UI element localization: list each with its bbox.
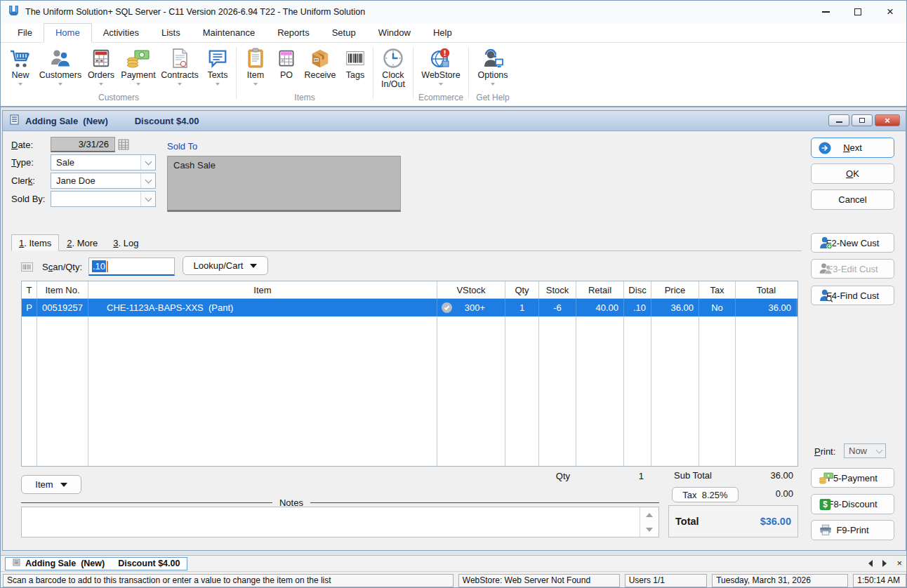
clock-icon [382,46,404,71]
col-header-item[interactable]: Item [88,281,437,298]
tags-button[interactable]: Tags [340,46,371,89]
col-header-tax[interactable]: Tax [699,281,736,298]
orders-button[interactable]: Orders [84,46,119,89]
cell-item-no: 00519257 [37,299,88,316]
check-icon [442,302,452,313]
dropdown-arrow-icon [253,83,258,89]
clipboard-icon [246,46,265,71]
menu-help[interactable]: Help [422,24,463,42]
contracts-button[interactable]: Contracts [158,46,201,89]
mdi-tab-navigation: × [868,560,902,567]
soldto-box[interactable]: Cash Sale [167,156,401,212]
scroll-left-icon[interactable] [868,560,873,567]
clock-in-out-button[interactable]: Clock In/Out [376,46,411,89]
table-grid-cell [505,316,539,466]
col-header-stock[interactable]: Stock [539,281,576,298]
next-button[interactable]: Next [811,138,894,158]
new-button[interactable]: New [4,46,37,89]
col-header-t[interactable]: T [22,281,37,298]
notes-scroll-buttons[interactable] [640,507,658,537]
barcode-small-icon[interactable] [21,262,33,274]
table-row-selected[interactable]: P 00519257 CHE-1123A-BAPS-XXS (Pant) 300… [22,299,797,316]
col-header-retail[interactable]: Retail [576,281,624,298]
scroll-up-icon[interactable] [646,513,653,517]
notes-input[interactable] [21,507,659,537]
tab-items[interactable]: 1. Items [11,234,59,251]
options-button[interactable]: Options [471,46,515,89]
texts-button[interactable]: Texts [201,46,234,89]
col-header-vstock[interactable]: VStock [437,281,505,298]
maximize-button[interactable] [842,1,874,23]
clerk-label: Clerk: [11,175,35,186]
cancel-button[interactable]: Cancel [811,189,894,210]
soldby-combo[interactable] [51,191,156,207]
selected-text: .10 [92,260,106,272]
col-header-total[interactable]: Total [736,281,797,298]
col-header-disc[interactable]: Disc [624,281,651,298]
type-combo[interactable]: Sale [51,154,156,171]
menu-activities[interactable]: Activities [92,24,150,42]
webstore-button[interactable]: WebStore [416,46,466,89]
f8-discount-button[interactable]: $ F8-Discount [811,494,894,514]
tab-more[interactable]: 2. More [59,234,105,251]
date-field[interactable]: 3/31/26 [51,137,115,152]
tax-button[interactable]: Tax 8.25% [672,487,739,502]
scan-qty-input[interactable]: .10 [88,258,175,276]
ribbon-group-customers: New Customers Orders Payment [4,43,234,106]
app-window: The Uniform Solution+ SQL Server - C11 V… [0,0,907,588]
menu-file[interactable]: File [6,24,44,42]
child-close-button[interactable]: × [875,114,900,126]
lookup-cart-button[interactable]: Lookup/Cart [183,256,268,275]
payment-small-icon [819,472,834,485]
f5-payment-button[interactable]: F5-Payment [811,468,894,488]
customers-button[interactable]: Customers [37,46,84,89]
tab-log[interactable]: 3. Log [105,234,146,251]
ok-button[interactable]: OK [811,163,894,184]
contracts-icon [170,46,190,71]
dropdown-arrow-icon [216,83,220,89]
ribbon-toolbar: New Customers Orders Payment [1,43,906,106]
cell-retail: 40.00 [576,299,624,316]
dollar-icon: $ [819,497,832,511]
table-grid-cell [437,316,505,466]
scroll-down-icon[interactable] [646,528,653,532]
scroll-right-icon[interactable] [882,560,887,567]
print-combo[interactable]: Now [844,443,886,458]
receive-button[interactable]: Receive [300,46,340,89]
item-menu-button[interactable]: Item [21,475,81,494]
print-label: Print: [814,446,835,457]
menu-window[interactable]: Window [367,24,422,42]
form-icon [10,114,20,128]
close-button[interactable]: × [874,1,906,23]
box-icon [310,46,331,71]
menu-reports[interactable]: Reports [266,24,321,42]
app-titlebar: The Uniform Solution+ SQL Server - C11 V… [1,1,906,23]
close-tab-icon[interactable]: × [896,560,902,567]
child-restore-button[interactable] [852,114,873,126]
child-minimize-button[interactable] [828,114,849,126]
f4-find-cust-button[interactable]: F4-Find Cust [811,286,894,305]
minimize-button[interactable] [809,1,842,23]
menu-lists[interactable]: Lists [150,24,192,42]
cell-type: P [22,299,37,316]
col-header-qty[interactable]: Qty [505,281,539,298]
f3-edit-cust-button[interactable]: F3-Edit Cust [811,259,894,279]
ribbon-separator [236,47,237,99]
status-date: Tuesday, March 31, 2026 [712,574,848,587]
f2-new-cust-button[interactable]: F2-New Cust [811,233,894,253]
item-button[interactable]: Item [239,46,272,89]
total-value: $36.00 [760,516,791,527]
menu-setup[interactable]: Setup [321,24,367,42]
f9-print-button[interactable]: F9-Print [811,520,894,540]
col-header-price[interactable]: Price [651,281,699,298]
menu-home[interactable]: Home [44,23,92,43]
payment-button[interactable]: Payment [119,46,158,89]
menu-maintenance[interactable]: Maintenance [192,24,266,42]
po-button[interactable]: PO [272,46,300,89]
calendar-icon[interactable] [118,139,129,153]
table-grid-cell [624,316,651,466]
clerk-combo[interactable]: Jane Doe [51,173,156,189]
adding-sale-taskbar-tab[interactable]: Adding Sale (New) Discount $4.00 [5,557,187,570]
col-header-item-no[interactable]: Item No. [37,281,88,298]
soldby-label: Sold By: [11,194,45,204]
